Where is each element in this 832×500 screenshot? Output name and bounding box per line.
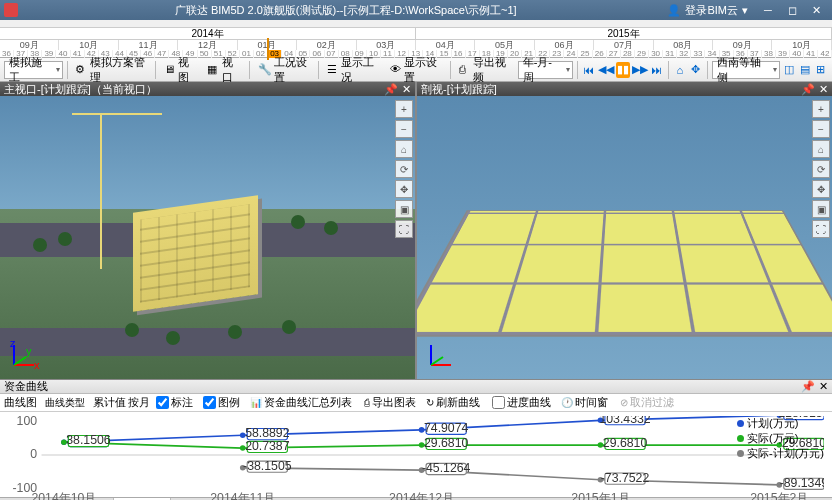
refresh-button[interactable]: ↻刷新曲线: [422, 394, 484, 411]
user-info[interactable]: 👤 登录BIM云 ▾: [667, 3, 748, 18]
timeline-week[interactable]: 11: [381, 50, 395, 58]
mark-toggle[interactable]: 标注: [152, 394, 197, 411]
building-model: [133, 195, 258, 312]
zoom-out-icon[interactable]: −: [395, 120, 413, 138]
cancel-filter-button[interactable]: ⊘取消过滤: [616, 394, 678, 411]
timeline-month[interactable]: 11月: [119, 40, 178, 50]
timeline[interactable]: 2014年2015年 09月10月11月12月01月02月03月04月05月06…: [0, 28, 832, 58]
timeline-month[interactable]: 07月: [594, 40, 653, 50]
orbit-icon[interactable]: ⟳: [812, 160, 830, 178]
last-button[interactable]: ⏭: [650, 62, 664, 78]
timeline-month[interactable]: 03月: [357, 40, 416, 50]
close-icon[interactable]: ✕: [819, 83, 828, 96]
expand-icon[interactable]: ⛶: [812, 220, 830, 238]
zoom-in-icon[interactable]: +: [395, 100, 413, 118]
maximize-button[interactable]: ◻: [780, 2, 804, 18]
viewport-section[interactable]: 剖视-[计划跟踪] 📌 ✕ + − ⌂ ⟳ ✥ ▣ ⛶: [417, 82, 832, 379]
scheme-manage-button[interactable]: ⚙模拟方案管理: [71, 61, 151, 79]
close-button[interactable]: ✕: [804, 2, 828, 18]
date-format-combo[interactable]: 年-月-周: [518, 61, 573, 79]
expand-icon[interactable]: ⛶: [395, 220, 413, 238]
timeline-week[interactable]: 41: [804, 50, 818, 58]
timeline-month[interactable]: 09月: [0, 40, 59, 50]
period-combo[interactable]: 按月: [128, 395, 150, 410]
legend-toggle[interactable]: 图例: [199, 394, 244, 411]
display-settings-button[interactable]: 👁显示设置: [386, 61, 447, 79]
chart-type-combo[interactable]: 曲线图: [4, 395, 37, 410]
localize-button[interactable]: 🔧工况设置: [254, 61, 315, 79]
timeline-week[interactable]: 47: [155, 50, 169, 58]
timeline-month[interactable]: 04月: [416, 40, 475, 50]
timeline-week[interactable]: 06: [310, 50, 324, 58]
timeline-week[interactable]: 24: [564, 50, 578, 58]
timeline-month[interactable]: 01月: [238, 40, 297, 50]
timeline-month[interactable]: 05月: [475, 40, 534, 50]
close-icon[interactable]: ✕: [819, 380, 828, 393]
viewport-main[interactable]: 主视口-[计划跟踪]（当前视口） 📌 ✕ + − ⌂ ⟳ ✥ ▣ ⛶: [0, 82, 415, 379]
timeline-week[interactable]: 39: [776, 50, 790, 58]
timeline-week[interactable]: 28: [621, 50, 635, 58]
layers-icon[interactable]: ▤: [798, 62, 812, 78]
fit-icon[interactable]: ▣: [812, 200, 830, 218]
timeline-month[interactable]: 12月: [178, 40, 237, 50]
timeline-week[interactable]: 32: [677, 50, 691, 58]
timeline-week[interactable]: 42: [818, 50, 832, 58]
orbit-icon[interactable]: ⟳: [395, 160, 413, 178]
pin-icon[interactable]: 📌: [801, 380, 815, 393]
timeline-week[interactable]: 40: [56, 50, 70, 58]
pan-icon[interactable]: ✥: [812, 180, 830, 198]
timeline-week[interactable]: 31: [663, 50, 677, 58]
timeline-month[interactable]: 06月: [535, 40, 594, 50]
timeline-month[interactable]: 08月: [654, 40, 713, 50]
timeline-week[interactable]: 27: [607, 50, 621, 58]
home-icon[interactable]: ⌂: [395, 140, 413, 158]
summary-button[interactable]: 📊资金曲线汇总列表: [246, 394, 356, 411]
export-chart-button[interactable]: ⎙导出图表: [360, 394, 420, 411]
export-video-button[interactable]: ⎙导出视频: [455, 61, 516, 79]
zoom-in-icon[interactable]: +: [812, 100, 830, 118]
svg-text:100: 100: [17, 416, 38, 428]
timeline-year: 2014年: [0, 28, 416, 39]
timeline-week[interactable]: 33: [691, 50, 705, 58]
chart-area[interactable]: 1000-1002014年10月2014年11月2014年12月2015年1月2…: [0, 412, 832, 500]
timeline-week[interactable]: 16: [452, 50, 466, 58]
crane-model: [100, 113, 102, 269]
home-icon[interactable]: ⌂: [812, 140, 830, 158]
viewport-button[interactable]: ▦视口: [203, 61, 244, 79]
timeline-month[interactable]: 09月: [713, 40, 772, 50]
timeline-week[interactable]: 50: [198, 50, 212, 58]
mode-combo[interactable]: 模拟施工: [4, 61, 63, 79]
zoom-out-icon[interactable]: −: [812, 120, 830, 138]
timeline-week[interactable]: 26: [593, 50, 607, 58]
pin-icon[interactable]: 📌: [801, 83, 815, 96]
progress-toggle[interactable]: 进度曲线: [488, 394, 555, 411]
nav-home-icon[interactable]: ⌂: [673, 62, 687, 78]
pan-icon[interactable]: ✥: [395, 180, 413, 198]
first-button[interactable]: ⏮: [582, 62, 596, 78]
pin-icon[interactable]: 📌: [384, 83, 398, 96]
next-button[interactable]: ▶▶: [632, 62, 648, 78]
timeline-week[interactable]: 30: [649, 50, 663, 58]
minimize-button[interactable]: ─: [756, 2, 780, 18]
timeline-week[interactable]: 07: [325, 50, 339, 58]
timeline-week[interactable]: 01: [240, 50, 254, 58]
fit-icon[interactable]: ▣: [395, 200, 413, 218]
timeline-month[interactable]: 10月: [59, 40, 118, 50]
timeline-week[interactable]: 25: [578, 50, 592, 58]
grid3-icon[interactable]: ⊞: [814, 62, 828, 78]
timeline-week[interactable]: 29: [635, 50, 649, 58]
play-button[interactable]: ▮▮: [616, 62, 630, 78]
timeline-week[interactable]: 41: [71, 50, 85, 58]
nav-pan-icon[interactable]: ✥: [689, 62, 703, 78]
cumulative-combo[interactable]: 累计值: [93, 395, 126, 410]
projection-combo[interactable]: 西南等轴侧: [712, 61, 780, 79]
show-work-button[interactable]: ☰显示工况: [323, 61, 384, 79]
timeline-month[interactable]: 10月: [772, 40, 831, 50]
cube-icon[interactable]: ◫: [782, 62, 796, 78]
prev-button[interactable]: ◀◀: [598, 62, 614, 78]
timeline-week[interactable]: 40: [790, 50, 804, 58]
timewindow-button[interactable]: 🕐时间窗: [557, 394, 612, 411]
timeline-month[interactable]: 02月: [297, 40, 356, 50]
close-icon[interactable]: ✕: [402, 83, 411, 96]
view-button[interactable]: 🖥视图: [160, 61, 201, 79]
